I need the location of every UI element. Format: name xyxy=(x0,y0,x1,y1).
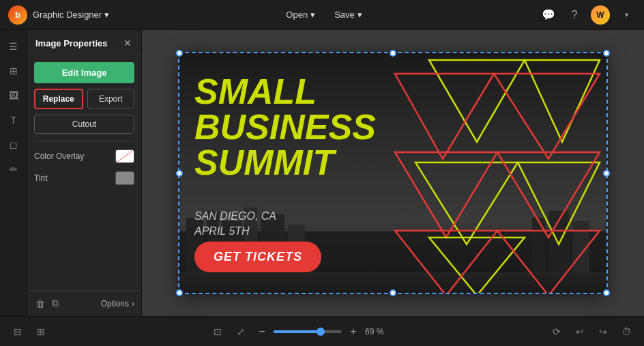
panel-bottom-icons: 🗑 ⧉ xyxy=(34,296,60,311)
replace-button[interactable]: Replace xyxy=(34,89,83,109)
main-area: ☰ ⊞ 🖼 T ◻ ✏ Image Properties ✕ Edit Imag… xyxy=(0,30,644,316)
panel-bottom-row: 🗑 ⧉ Options › xyxy=(27,290,141,316)
zoom-out-button[interactable]: − xyxy=(254,324,269,339)
user-avatar[interactable]: W xyxy=(591,5,610,25)
grid-bottom-icon-button[interactable]: ⊞ xyxy=(31,322,50,341)
properties-panel: Image Properties ✕ Edit Image Replace Ex… xyxy=(27,30,142,316)
delete-icon-button[interactable]: 🗑 xyxy=(34,296,46,311)
edit-image-button[interactable]: Edit Image xyxy=(34,62,134,83)
app-logo[interactable]: b xyxy=(8,5,27,25)
avatar-chevron-icon[interactable]: ▾ xyxy=(617,5,636,25)
layers-bottom-icon-button[interactable]: ⊟ xyxy=(8,322,27,341)
undo-icon-button[interactable]: ↩ xyxy=(570,322,589,341)
card-title-line1: Small xyxy=(194,74,376,109)
card-subtitle-line2: April 5TH xyxy=(194,224,276,239)
options-chevron-icon: › xyxy=(132,299,134,308)
bottombar: ⊟ ⊞ ⊡ ⤢ − + 69 % ⟳ ↩ ↪ ⏱ xyxy=(0,316,644,346)
handle-top-center[interactable] xyxy=(390,50,396,57)
options-button[interactable]: Options › xyxy=(101,299,134,308)
shape-icon-button[interactable]: ◻ xyxy=(3,134,25,156)
panel-body: Edit Image Replace Export Cutout Color O… xyxy=(27,55,141,193)
zoom-label: 69 % xyxy=(365,327,390,336)
triangle-decorations xyxy=(388,53,606,293)
svg-marker-15 xyxy=(518,162,600,244)
open-button[interactable]: Open ▾ xyxy=(278,7,323,23)
handle-bottom-right[interactable] xyxy=(603,289,610,296)
svg-marker-11 xyxy=(525,60,600,142)
svg-marker-20 xyxy=(497,231,600,293)
color-overlay-swatch[interactable] xyxy=(115,149,134,163)
comment-icon-button[interactable]: 💬 xyxy=(539,5,558,25)
open-chevron-icon: ▾ xyxy=(310,10,315,20)
text-icon-button[interactable]: T xyxy=(3,109,25,131)
help-icon-button[interactable]: ? xyxy=(565,5,584,25)
redo-icon-button[interactable]: ↪ xyxy=(594,322,613,341)
expand-icon-button[interactable]: ⤢ xyxy=(231,322,250,341)
export-button[interactable]: Export xyxy=(87,89,135,109)
swatch-diagonal xyxy=(116,150,134,162)
image-icon-button[interactable]: 🖼 xyxy=(3,85,25,106)
app-name: Graphic Designer ▾ xyxy=(33,10,109,20)
topbar-center: Open ▾ Save ▾ xyxy=(278,7,370,23)
card-title-line3: Summit xyxy=(194,145,376,180)
card-title-line2: Business xyxy=(194,109,376,145)
cutout-button[interactable]: Cutout xyxy=(34,115,134,134)
clock-icon-button[interactable]: ⏱ xyxy=(617,322,636,341)
grid-icon-button[interactable]: ⊞ xyxy=(3,60,25,82)
panel-title: Image Properties xyxy=(35,38,108,48)
zoom-in-button[interactable]: + xyxy=(346,324,361,339)
canvas-area[interactable]: Small Business Summit San Diego, CA Apri… xyxy=(142,30,644,316)
refresh-icon-button[interactable]: ⟳ xyxy=(547,322,566,341)
zoom-thumb xyxy=(317,328,325,336)
card-cta-button[interactable]: Get Tickets xyxy=(194,242,321,272)
color-overlay-label: Color Overlay xyxy=(34,152,84,161)
topbar-right: 💬 ? W ▾ xyxy=(539,5,636,25)
save-chevron-icon: ▾ xyxy=(357,10,362,20)
fit-screen-icon-button[interactable]: ⊡ xyxy=(208,322,227,341)
handle-top-left[interactable] xyxy=(176,50,183,57)
zoom-fill xyxy=(274,330,321,333)
tint-row: Tint xyxy=(34,170,134,186)
replace-export-row: Replace Export xyxy=(34,89,134,109)
handle-mid-right[interactable] xyxy=(603,170,610,177)
duplicate-icon-button[interactable]: ⧉ xyxy=(50,296,60,311)
handle-top-right[interactable] xyxy=(603,50,610,57)
handle-bottom-left[interactable] xyxy=(176,289,183,296)
card-subtitle: San Diego, CA April 5TH xyxy=(194,209,276,240)
app-name-chevron: ▾ xyxy=(104,10,109,20)
handle-bottom-center[interactable] xyxy=(390,289,396,296)
pen-icon-button[interactable]: ✏ xyxy=(3,158,25,180)
svg-marker-19 xyxy=(395,231,497,293)
bottombar-center: ⊡ ⤢ − + 69 % xyxy=(208,322,390,341)
zoom-slider[interactable] xyxy=(274,330,342,333)
card-title: Small Business Summit xyxy=(194,74,376,180)
tint-label: Tint xyxy=(34,173,48,183)
save-button[interactable]: Save ▾ xyxy=(326,7,370,23)
bottombar-left: ⊟ ⊞ xyxy=(8,322,50,341)
topbar: b Graphic Designer ▾ Open ▾ Save ▾ 💬 ? W… xyxy=(0,0,644,30)
handle-mid-left[interactable] xyxy=(176,170,183,177)
panel-header: Image Properties ✕ xyxy=(27,30,141,55)
card-subtitle-line1: San Diego, CA xyxy=(194,209,276,224)
color-overlay-row: Color Overlay xyxy=(34,148,134,164)
svg-marker-16 xyxy=(395,152,497,237)
design-card[interactable]: Small Business Summit San Diego, CA Apri… xyxy=(178,52,608,294)
bottombar-right: ⟳ ↩ ↪ ⏱ xyxy=(547,322,636,341)
panel-divider xyxy=(34,141,134,141)
tint-swatch[interactable] xyxy=(115,171,134,185)
icon-bar: ☰ ⊞ 🖼 T ◻ ✏ xyxy=(0,30,27,316)
layers-icon-button[interactable]: ☰ xyxy=(3,35,25,57)
panel-close-button[interactable]: ✕ xyxy=(122,37,133,49)
